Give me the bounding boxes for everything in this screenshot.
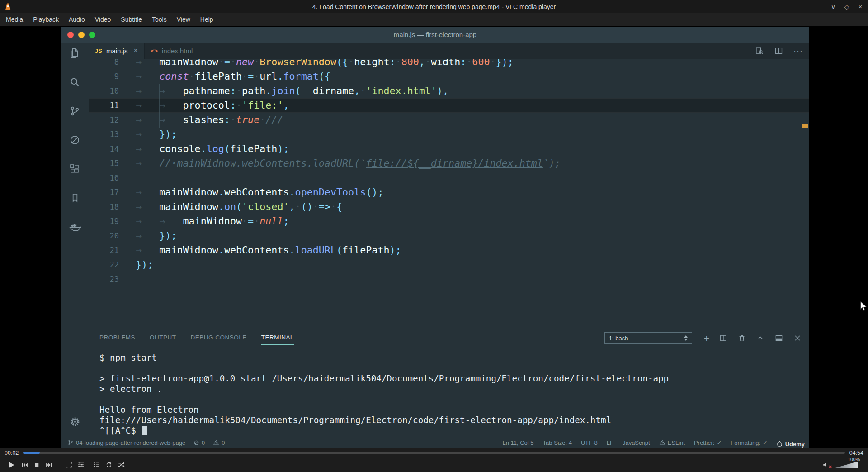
- code-line-10[interactable]: 10→ → pathname:·path.join(__dirname,·'in…: [89, 84, 809, 98]
- code-line-12[interactable]: 12→ → slashes:·true·///: [89, 113, 809, 127]
- code-line-16[interactable]: 16: [89, 171, 809, 185]
- code-line-11[interactable]: 11→ → protocol:·'file:',: [89, 98, 809, 113]
- menu-tools[interactable]: Tools: [147, 13, 172, 26]
- panel: PROBLEMSOUTPUTDEBUG CONSOLETERMINAL 1: b…: [89, 329, 809, 437]
- menu-help[interactable]: Help: [195, 13, 218, 26]
- split-editor-icon[interactable]: [774, 46, 783, 56]
- menu-media[interactable]: Media: [1, 13, 28, 26]
- code-line-18[interactable]: 18→ mainWidnow.on('closed',·()·=>·{: [89, 200, 809, 214]
- code-line-13[interactable]: 13→ });: [89, 127, 809, 142]
- more-actions-icon[interactable]: ···: [793, 46, 803, 56]
- mac-zoom-button[interactable]: [89, 32, 95, 38]
- video-area[interactable]: main.js — first-electron-app: [0, 26, 868, 448]
- menu-audio[interactable]: Audio: [64, 13, 90, 26]
- line-number: 20: [89, 229, 136, 243]
- panel-tab-terminal[interactable]: TERMINAL: [261, 334, 294, 345]
- mac-titlebar: main.js — first-electron-app: [61, 27, 809, 43]
- close-window-icon[interactable]: ×: [856, 2, 864, 11]
- minimize-window-icon[interactable]: ∨: [829, 2, 837, 11]
- previous-button[interactable]: [19, 459, 31, 471]
- code-text: });: [136, 257, 153, 272]
- menu-video[interactable]: Video: [90, 13, 116, 26]
- code-text: → → protocol:·'file:',: [136, 98, 289, 113]
- panel-tab-output[interactable]: OUTPUT: [150, 334, 176, 344]
- panel-tab-problems[interactable]: PROBLEMS: [99, 334, 135, 344]
- line-number: 12: [89, 113, 136, 127]
- extensions-icon[interactable]: [68, 162, 82, 176]
- status-prettier[interactable]: Prettier: ✓: [694, 439, 722, 446]
- volume-slider[interactable]: 100%: [835, 462, 858, 468]
- mute-button[interactable]: ×: [822, 461, 830, 469]
- terminal-output[interactable]: $ npm start> first-electron-app@1.0.0 st…: [99, 353, 798, 436]
- mac-close-button[interactable]: [67, 32, 74, 38]
- open-changes-icon[interactable]: [755, 46, 764, 56]
- mouse-pointer-icon: [859, 301, 868, 312]
- menu-subtitle[interactable]: Subtitle: [116, 13, 147, 26]
- mac-minimize-button[interactable]: [78, 32, 85, 38]
- status-warnings[interactable]: 0: [213, 439, 225, 446]
- code-line-23[interactable]: 23: [89, 272, 809, 286]
- volume-wedge: [835, 462, 858, 468]
- close-tab-icon[interactable]: ×: [133, 47, 137, 55]
- code-line-14[interactable]: 14→ console.log(filePath);: [89, 142, 809, 156]
- docker-icon[interactable]: [68, 220, 82, 234]
- settings-gear-icon[interactable]: [68, 415, 82, 429]
- loop-button[interactable]: [103, 459, 115, 471]
- panel-layout-icon[interactable]: [774, 334, 783, 343]
- code-line-21[interactable]: 21→ mainWidnow.webContents.loadURL(fileP…: [89, 243, 809, 257]
- code-line-15[interactable]: 15→ //·mainWidnow.webContents.loadURL(`f…: [89, 156, 809, 171]
- code-line-17[interactable]: 17→ mainWidnow.webContents.openDevTools(…: [89, 185, 809, 200]
- code-text: → mainWidnow·=·new·BrowserWindow({·heigh…: [136, 59, 514, 69]
- editor-area[interactable]: 8→ mainWidnow·=·new·BrowserWindow({·heig…: [89, 59, 809, 329]
- terminal-line: [99, 394, 798, 405]
- menu-view[interactable]: View: [172, 13, 195, 26]
- line-number: 11: [89, 98, 136, 113]
- code-text: → mainWidnow.on('closed',·()·=>·{: [136, 200, 342, 214]
- stop-button[interactable]: [31, 459, 43, 471]
- code-line-9[interactable]: 9→ const·filePath·=·url.format({: [89, 69, 809, 84]
- line-number: 22: [89, 257, 136, 272]
- panel-tab-debug-console[interactable]: DEBUG CONSOLE: [191, 334, 247, 344]
- code-line-20[interactable]: 20→ });: [89, 229, 809, 243]
- tab-main-js[interactable]: JSmain.js×: [89, 43, 145, 59]
- code-text: → mainWidnow.webContents.openDevTools();: [136, 185, 383, 200]
- vlc-control-bar: 00:02 04:54: [0, 448, 868, 472]
- status-branch[interactable]: 04-loading-page-after-rendered-web-page: [67, 439, 185, 446]
- code-text: → const·filePath·=·url.format({: [136, 69, 330, 84]
- close-panel-icon[interactable]: [793, 334, 802, 343]
- explorer-icon[interactable]: [68, 46, 82, 60]
- bookmark-icon[interactable]: [68, 191, 82, 205]
- add-terminal-icon[interactable]: +: [704, 334, 709, 343]
- shell-selector[interactable]: 1: bash: [604, 332, 692, 344]
- status-errors[interactable]: 0: [193, 439, 205, 446]
- code-line-19[interactable]: 19→ → mainWidnow·=·null;: [89, 214, 809, 229]
- terminal-line: > first-electron-app@1.0.0 start /Users/…: [99, 373, 798, 384]
- fullscreen-button[interactable]: [62, 459, 75, 471]
- status-language[interactable]: JavaScript: [623, 439, 650, 446]
- prettier-check-icon: ✓: [717, 439, 722, 446]
- play-button[interactable]: [4, 459, 19, 471]
- source-control-icon[interactable]: [68, 104, 82, 118]
- extended-settings-button[interactable]: [75, 459, 87, 471]
- code-line-22[interactable]: 22});: [89, 257, 809, 272]
- restore-window-icon[interactable]: ◇: [843, 2, 851, 11]
- circle-slash-icon[interactable]: [68, 133, 82, 147]
- status-formatting[interactable]: Formatting: ✓: [731, 439, 768, 446]
- vlc-window-title: 4. Load Content on BrowserWindow after r…: [0, 3, 868, 10]
- search-icon[interactable]: [68, 75, 82, 89]
- status-encoding[interactable]: UTF-8: [581, 439, 598, 446]
- maximize-panel-icon[interactable]: [756, 334, 765, 343]
- status-tab-size[interactable]: Tab Size: 4: [543, 439, 572, 446]
- playlist-button[interactable]: [90, 459, 103, 471]
- next-button[interactable]: [43, 459, 55, 471]
- kill-terminal-icon[interactable]: [737, 334, 746, 343]
- seek-slider[interactable]: [23, 452, 844, 454]
- tab-index-html[interactable]: <>index.html: [145, 43, 200, 59]
- code-line-8[interactable]: 8→ mainWidnow·=·new·BrowserWindow({·heig…: [89, 59, 809, 69]
- status-eol[interactable]: LF: [607, 439, 613, 446]
- status-cursor-position[interactable]: Ln 11, Col 5: [502, 439, 533, 446]
- status-eslint[interactable]: ESLint: [659, 439, 685, 446]
- split-terminal-icon[interactable]: [719, 334, 728, 343]
- menu-playback[interactable]: Playback: [28, 13, 64, 26]
- random-button[interactable]: [115, 459, 127, 471]
